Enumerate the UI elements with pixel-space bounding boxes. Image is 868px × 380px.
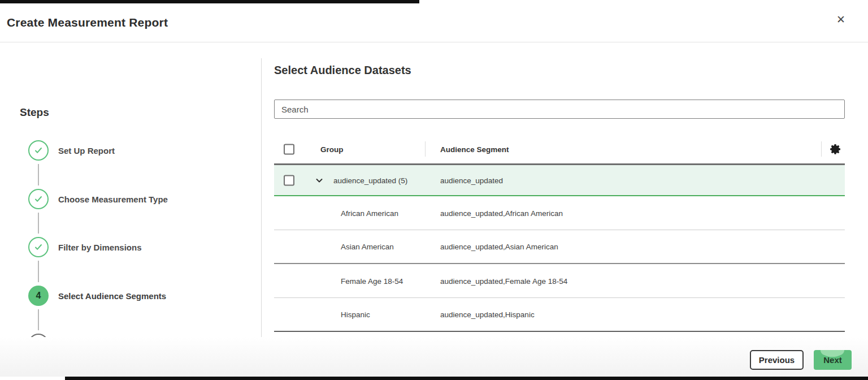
- modal-title: Create Measurement Report: [7, 16, 168, 29]
- step-complete-circle: [28, 189, 49, 209]
- next-button-label: Next: [823, 355, 842, 365]
- step-connector: [38, 309, 39, 330]
- step-complete-circle: [28, 140, 49, 161]
- table-row-african-american[interactable]: African American audience_updated,Africa…: [274, 196, 845, 230]
- segment-path: audience_updated,Hispanic: [440, 310, 535, 319]
- step-label: Filter by Dimensions: [58, 243, 142, 252]
- column-header-group: Group: [320, 145, 344, 153]
- step-connector: [38, 261, 39, 282]
- segment-path: audience_updated,Asian American: [440, 243, 558, 251]
- chevron-down-icon[interactable]: [315, 176, 324, 185]
- letterbox-bar-bottom: [65, 377, 868, 380]
- step-current-circle: 4: [28, 286, 49, 306]
- segment-path: audience_updated,Female Age 18-54: [440, 277, 567, 285]
- steps-heading: Steps: [20, 106, 49, 119]
- previous-button[interactable]: Previous: [750, 350, 804, 370]
- step-item-filter-by-dimensions[interactable]: Filter by Dimensions: [28, 237, 142, 257]
- modal-header: Create Measurement Report ✕: [0, 3, 868, 42]
- group-row-checkbox[interactable]: [284, 175, 294, 185]
- segment-name: African American: [341, 209, 398, 217]
- segment-name: Female Age 18-54: [341, 277, 403, 285]
- segment-name: Asian American: [341, 243, 394, 251]
- table-row-group-audience-updated[interactable]: audience_updated (5) audience_updated: [274, 163, 845, 196]
- step-label: Choose Measurement Type: [58, 195, 168, 204]
- check-icon: [33, 193, 44, 205]
- group-label: audience_updated (5): [333, 176, 407, 184]
- group-segment: audience_updated: [440, 176, 503, 184]
- step-connector: [38, 164, 39, 185]
- gear-icon[interactable]: [828, 142, 842, 156]
- table-row-hispanic[interactable]: Hispanic audience_updated,Hispanic: [274, 298, 845, 332]
- page-title: Select Audience Datasets: [274, 64, 411, 77]
- close-icon[interactable]: ✕: [834, 12, 848, 26]
- steps-panel: Steps Set Up Report Choose Measurement T…: [0, 43, 261, 380]
- next-button[interactable]: Next: [814, 350, 852, 370]
- footer: [0, 337, 868, 377]
- step-label: Set Up Report: [58, 146, 115, 156]
- segment-name: Hispanic: [341, 310, 370, 319]
- table-row-female-age-18-54[interactable]: Female Age 18-54 audience_updated,Female…: [274, 264, 845, 298]
- select-all-checkbox[interactable]: [284, 144, 294, 154]
- step-item-select-audience-segments[interactable]: 4 Select Audience Segments: [28, 286, 166, 306]
- column-divider: [821, 141, 822, 157]
- table-header-row: Group Audience Segment: [274, 135, 845, 163]
- step-item-choose-measurement-type[interactable]: Choose Measurement Type: [28, 189, 168, 209]
- step-item-set-up-report[interactable]: Set Up Report: [28, 140, 115, 161]
- segment-path: audience_updated,African American: [440, 209, 563, 217]
- audience-datasets-table: Group Audience Segment audience_updated …: [274, 135, 845, 332]
- step-complete-circle: [28, 237, 49, 257]
- column-divider: [425, 141, 426, 157]
- search-input[interactable]: [274, 100, 845, 119]
- table-row-asian-american[interactable]: Asian American audience_updated,Asian Am…: [274, 230, 845, 264]
- panel-divider: [261, 58, 262, 338]
- check-icon: [33, 241, 44, 253]
- step-connector: [38, 213, 39, 234]
- check-icon: [33, 145, 44, 156]
- create-measurement-report-modal: Create Measurement Report ✕ Steps Set Up…: [0, 0, 868, 380]
- step-label: Select Audience Segments: [58, 291, 166, 301]
- column-header-audience-segment: Audience Segment: [440, 145, 509, 153]
